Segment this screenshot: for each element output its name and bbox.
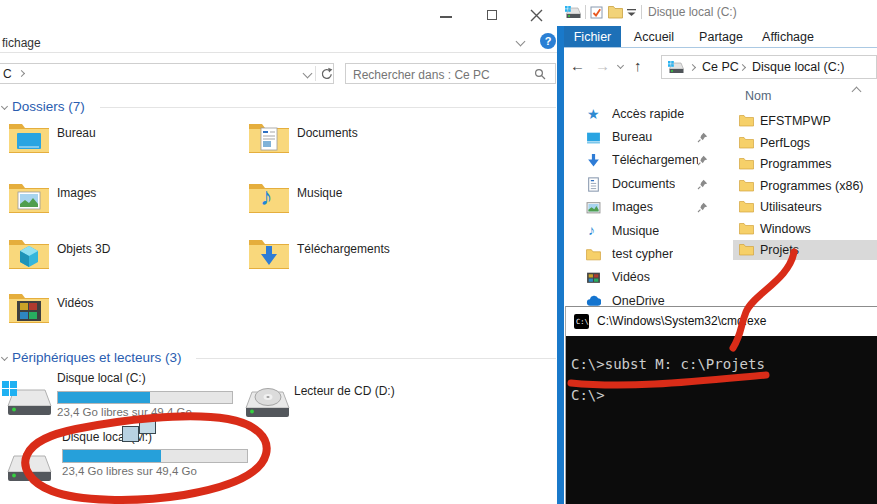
close-icon[interactable]	[530, 9, 543, 22]
group-collapse-icon[interactable]	[1, 103, 8, 110]
breadcrumb-ce-pc[interactable]: Ce PC	[702, 60, 739, 74]
file-row-perflogs[interactable]: PerfLogs	[733, 133, 877, 153]
sidebar-item-documents[interactable]: Documents	[564, 175, 734, 195]
file-row-programmes[interactable]: Programmes	[733, 154, 877, 174]
forward-icon[interactable]: →	[595, 57, 610, 74]
desktop-icon	[586, 130, 601, 145]
tile-label: Téléchargements	[297, 242, 390, 282]
tab-fichier[interactable]: Fichier	[564, 26, 621, 48]
file-row-windows[interactable]: Windows	[733, 219, 877, 239]
tile-documents[interactable]: Documents	[248, 120, 478, 166]
drive-c-usage-bar	[57, 391, 233, 404]
breadcrumb-chevron-icon[interactable]	[739, 64, 746, 71]
screenshot-stage: fichage ? C Dossiers (7)	[0, 0, 877, 504]
column-header-nom[interactable]: Nom	[745, 89, 771, 103]
file-name: EFSTMPWP	[760, 114, 831, 128]
sidebar-item-quick-access[interactable]: ★ Accès rapide	[564, 105, 734, 125]
divider	[641, 5, 642, 19]
tile-images[interactable]: Images	[8, 180, 238, 226]
sidebar-item-bureau[interactable]: Bureau	[564, 128, 734, 148]
menu-affichage-fragment[interactable]: fichage	[2, 36, 41, 50]
back-icon[interactable]: ←	[570, 57, 585, 74]
sidebar-item-test-cypher[interactable]: test cypher	[564, 245, 734, 265]
tab-partage[interactable]: Partage	[694, 26, 748, 48]
tile-musique[interactable]: ♪ Musique	[248, 180, 478, 226]
sidebar-item-images[interactable]: Images	[564, 198, 734, 218]
tile-bureau[interactable]: Bureau	[8, 120, 238, 166]
sidebar-label: Images	[612, 200, 653, 214]
tile-objets-3d[interactable]: Objets 3D	[8, 236, 238, 282]
toolbar-dropdown-icon[interactable]	[627, 9, 636, 18]
search-input[interactable]	[346, 64, 535, 85]
tab-affichage[interactable]: Affichage	[757, 26, 819, 48]
folder-icon	[739, 179, 754, 192]
drive-breadcrumb-icon	[668, 61, 685, 75]
folder-icon	[586, 247, 601, 262]
folder-icon	[739, 157, 754, 170]
group-divider	[196, 358, 556, 359]
file-row-utilisateurs[interactable]: Utilisateurs	[733, 197, 877, 217]
document-icon	[586, 177, 601, 192]
drive-c-label: Disque local (C:)	[57, 371, 146, 385]
group-header-peripheriques[interactable]: Périphériques et lecteurs (3)	[12, 350, 182, 365]
minimize-icon[interactable]	[440, 16, 452, 18]
up-icon[interactable]: ↑	[634, 57, 642, 74]
folder-icon	[739, 243, 754, 256]
sidebar-label: Accès rapide	[612, 107, 684, 121]
breadcrumb-bar[interactable]: Ce PC Disque local (C:)	[661, 55, 877, 79]
music-note-glyph: ♪	[260, 184, 273, 209]
tab-accueil[interactable]: Accueil	[627, 26, 681, 48]
file-row-programmes-x86[interactable]: Programmes (x86)	[733, 176, 877, 196]
pin-icon	[697, 132, 708, 143]
drive-c-free-space: 23,4 Go libres sur 49,4 Go	[57, 406, 192, 418]
cmd-icon: C:\	[574, 314, 589, 329]
hard-drive-windows-icon	[2, 380, 54, 424]
divider	[315, 66, 316, 81]
collapse-ribbon-chevron-icon[interactable]	[852, 87, 862, 97]
ribbon-bottom-border	[564, 47, 877, 48]
cmd-prompt[interactable]: C:\>	[571, 387, 605, 403]
sidebar-item-videos[interactable]: Vidéos	[564, 268, 734, 288]
tile-label: Objets 3D	[57, 242, 110, 282]
sidebar-label: Musique	[612, 224, 659, 238]
tile-telechargements[interactable]: Téléchargements	[248, 236, 478, 282]
checkbox-toolbar-icon[interactable]	[590, 5, 604, 20]
cmd-title-bar[interactable]: C:\ C:\Windows\System32\cmd.exe	[566, 307, 877, 336]
tile-label: Documents	[297, 126, 358, 166]
search-icon[interactable]	[534, 68, 547, 81]
address-dropdown-icon[interactable]	[303, 69, 313, 79]
help-icon[interactable]: ?	[540, 33, 556, 49]
file-name: Utilisateurs	[760, 200, 822, 214]
sidebar-item-musique[interactable]: ♪ Musique	[564, 222, 734, 242]
tile-label: Bureau	[57, 126, 96, 166]
picture-icon	[586, 200, 601, 215]
video-icon	[586, 270, 601, 285]
breadcrumb-disque-local[interactable]: Disque local (C:)	[752, 60, 844, 74]
refresh-icon[interactable]	[319, 67, 333, 81]
file-row-projets-selected[interactable]: Projets	[733, 240, 877, 260]
tile-label: Musique	[297, 186, 342, 226]
file-name: Programmes	[760, 157, 832, 171]
videos-folder-icon	[8, 290, 50, 324]
group-collapse-icon[interactable]	[1, 354, 8, 361]
this-pc-icon	[565, 6, 582, 20]
group-header-dossiers[interactable]: Dossiers (7)	[12, 99, 85, 114]
tile-videos[interactable]: Vidéos	[8, 290, 238, 336]
recent-locations-icon[interactable]	[617, 62, 624, 69]
tile-label: Vidéos	[57, 296, 93, 336]
cmd-title: C:\Windows\System32\cmd.exe	[597, 314, 766, 328]
cd-drive-icon	[240, 382, 292, 426]
download-icon	[586, 153, 601, 168]
address-bar[interactable]: C	[0, 63, 334, 84]
folder-toolbar-icon[interactable]	[608, 5, 623, 19]
file-row-efstmpwp[interactable]: EFSTMPWP	[733, 111, 877, 131]
maximize-icon[interactable]	[487, 10, 497, 20]
drive-d-label: Lecteur de CD (D:)	[294, 384, 395, 398]
ribbon-collapse-chevron-icon[interactable]	[516, 37, 526, 47]
file-name: Projets	[760, 243, 799, 257]
search-box	[345, 63, 556, 84]
sidebar-item-telechargements[interactable]: Téléchargements	[564, 151, 734, 171]
breadcrumb-chevron-icon[interactable]	[18, 70, 25, 77]
file-name: Programmes (x86)	[760, 179, 864, 193]
breadcrumb-chevron-icon[interactable]	[689, 64, 696, 71]
